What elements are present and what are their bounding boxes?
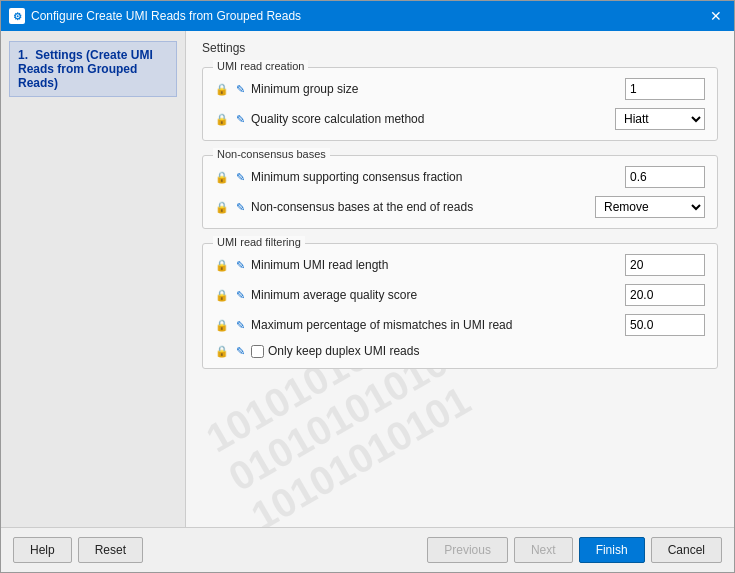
label-max-mismatches: Maximum percentage of mismatches in UMI … <box>251 318 621 332</box>
field-row-non-consensus-end: 🔒 ✎ Non-consensus bases at the end of re… <box>215 196 705 218</box>
bottom-left-buttons: Help Reset <box>13 537 143 563</box>
field-row-min-umi-length: 🔒 ✎ Minimum UMI read length <box>215 254 705 276</box>
select-non-consensus-end[interactable]: Remove <box>595 196 705 218</box>
field-row-max-mismatches: 🔒 ✎ Maximum percentage of mismatches in … <box>215 314 705 336</box>
main-window: ⚙ Configure Create UMI Reads from Groupe… <box>0 0 735 573</box>
label-non-consensus-end: Non-consensus bases at the end of reads <box>251 200 591 214</box>
lock-icon-5: 🔒 <box>215 258 229 272</box>
field-row-quality-score: 🔒 ✎ Quality score calculation method Hia… <box>215 108 705 130</box>
section-umi-filtering: UMI read filtering 🔒 ✎ Minimum UMI read … <box>202 243 718 369</box>
checkbox-row-duplex: Only keep duplex UMI reads <box>251 344 419 358</box>
reset-button[interactable]: Reset <box>78 537 143 563</box>
label-min-umi-length: Minimum UMI read length <box>251 258 621 272</box>
edit-icon-1: ✎ <box>233 82 247 96</box>
section-umi-read-creation-legend: UMI read creation <box>213 60 308 72</box>
label-min-group-size: Minimum group size <box>251 82 621 96</box>
edit-icon-8: ✎ <box>233 344 247 358</box>
input-min-consensus-fraction[interactable] <box>625 166 705 188</box>
input-min-avg-quality[interactable] <box>625 284 705 306</box>
section-umi-read-creation: UMI read creation 🔒 ✎ Minimum group size… <box>202 67 718 141</box>
edit-icon-4: ✎ <box>233 200 247 214</box>
field-row-min-consensus-fraction: 🔒 ✎ Minimum supporting consensus fractio… <box>215 166 705 188</box>
checkbox-duplex-only[interactable] <box>251 345 264 358</box>
panel-title: Settings <box>202 41 718 55</box>
field-row-min-avg-quality: 🔒 ✎ Minimum average quality score <box>215 284 705 306</box>
edit-icon-7: ✎ <box>233 318 247 332</box>
finish-button[interactable]: Finish <box>579 537 645 563</box>
label-min-avg-quality: Minimum average quality score <box>251 288 621 302</box>
section-umi-filtering-legend: UMI read filtering <box>213 236 305 248</box>
help-button[interactable]: Help <box>13 537 72 563</box>
field-row-duplex-only: 🔒 ✎ Only keep duplex UMI reads <box>215 344 705 358</box>
close-button[interactable]: ✕ <box>706 6 726 26</box>
section-non-consensus: Non-consensus bases 🔒 ✎ Minimum supporti… <box>202 155 718 229</box>
sidebar-item-settings[interactable]: 1. Settings (Create UMI Reads from Group… <box>9 41 177 97</box>
edit-icon-5: ✎ <box>233 258 247 272</box>
input-min-group-size[interactable] <box>625 78 705 100</box>
content-area: 1. Settings (Create UMI Reads from Group… <box>1 31 734 527</box>
label-duplex-only: Only keep duplex UMI reads <box>268 344 419 358</box>
lock-icon-1: 🔒 <box>215 82 229 96</box>
previous-button[interactable]: Previous <box>427 537 508 563</box>
lock-icon-2: 🔒 <box>215 112 229 126</box>
lock-icon-8: 🔒 <box>215 344 229 358</box>
lock-icon-6: 🔒 <box>215 288 229 302</box>
bottom-right-buttons: Previous Next Finish Cancel <box>427 537 722 563</box>
input-min-umi-length[interactable] <box>625 254 705 276</box>
edit-icon-3: ✎ <box>233 170 247 184</box>
lock-icon-3: 🔒 <box>215 170 229 184</box>
cancel-button[interactable]: Cancel <box>651 537 722 563</box>
lock-icon-7: 🔒 <box>215 318 229 332</box>
titlebar: ⚙ Configure Create UMI Reads from Groupe… <box>1 1 734 31</box>
label-quality-score: Quality score calculation method <box>251 112 611 126</box>
input-max-mismatches[interactable] <box>625 314 705 336</box>
app-icon: ⚙ <box>9 8 25 24</box>
next-button[interactable]: Next <box>514 537 573 563</box>
main-panel: 101010101010101010101010101010101 Settin… <box>186 31 734 527</box>
titlebar-left: ⚙ Configure Create UMI Reads from Groupe… <box>9 8 301 24</box>
select-quality-score[interactable]: Hiatt <box>615 108 705 130</box>
sidebar-item-number: 1. <box>18 48 28 62</box>
edit-icon-6: ✎ <box>233 288 247 302</box>
edit-icon-2: ✎ <box>233 112 247 126</box>
label-min-consensus-fraction: Minimum supporting consensus fraction <box>251 170 621 184</box>
bottom-bar: Help Reset Previous Next Finish Cancel <box>1 527 734 572</box>
window-title: Configure Create UMI Reads from Grouped … <box>31 9 301 23</box>
sidebar: 1. Settings (Create UMI Reads from Group… <box>1 31 186 527</box>
sidebar-item-label: Settings (Create UMI Reads from Grouped … <box>18 48 153 90</box>
field-row-min-group-size: 🔒 ✎ Minimum group size <box>215 78 705 100</box>
section-non-consensus-legend: Non-consensus bases <box>213 148 330 160</box>
lock-icon-4: 🔒 <box>215 200 229 214</box>
